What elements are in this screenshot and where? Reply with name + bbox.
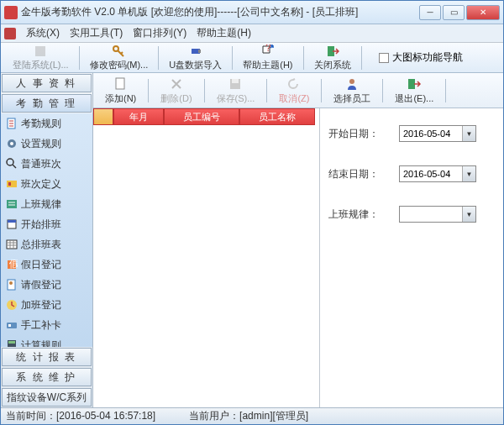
maximize-button[interactable]: ▭ bbox=[443, 5, 465, 20]
separator bbox=[148, 79, 149, 102]
sidebar-fingerprint[interactable]: 指纹设备W/C系列 bbox=[2, 388, 92, 407]
sidebar-item-settings[interactable]: 设置规则 bbox=[1, 134, 92, 154]
app-icon bbox=[4, 6, 18, 19]
svg-rect-0 bbox=[35, 46, 45, 56]
form-pane: 开始日期： ▼ 结束日期： ▼ 上班规律： bbox=[320, 108, 503, 407]
sidebar-hr[interactable]: 人 事 资 料 bbox=[2, 74, 92, 92]
end-date-input[interactable] bbox=[400, 169, 462, 179]
menubar: 系统(X) 实用工具(T) 窗口排列(Y) 帮助主题(H) bbox=[1, 24, 503, 43]
end-date-picker[interactable]: ▼ bbox=[399, 165, 476, 182]
help-button[interactable]: ? 帮助主题(H) bbox=[236, 45, 299, 71]
svg-text:?: ? bbox=[265, 45, 271, 54]
chevron-down-icon[interactable]: ▼ bbox=[462, 207, 475, 222]
svg-rect-15 bbox=[7, 240, 17, 249]
grid-header: 年月 员工编号 员工名称 bbox=[93, 108, 319, 125]
sidebar: 人 事 资 料 考 勤 管 理 考勤规则 设置规则 普通班次 班次定义 上班规律… bbox=[1, 73, 93, 407]
menu-window[interactable]: 窗口排列(Y) bbox=[133, 26, 186, 40]
change-password-button[interactable]: 修改密码(M)... bbox=[83, 45, 155, 71]
person-icon bbox=[344, 76, 360, 92]
grid-col-empno[interactable]: 员工编号 bbox=[164, 108, 239, 125]
grid-corner bbox=[93, 108, 113, 125]
chevron-down-icon[interactable]: ▼ bbox=[462, 126, 475, 141]
work-rule-input[interactable] bbox=[400, 209, 462, 219]
close-button[interactable]: ✕ bbox=[466, 5, 500, 20]
sidebar-item-schedule[interactable]: 开始排班 bbox=[1, 214, 92, 234]
data-grid[interactable]: 年月 员工编号 员工名称 bbox=[93, 108, 320, 407]
delete-icon bbox=[169, 76, 184, 92]
window-title: 金牛版考勤软件 V2.0 单机版 [欢迎您的使用]------[公司中文名称] … bbox=[21, 5, 419, 19]
key-icon bbox=[112, 45, 125, 58]
calendar-icon bbox=[6, 218, 18, 230]
close-system-button[interactable]: 关闭系统 bbox=[307, 45, 358, 71]
sidebar-item-manual[interactable]: 手工补卡 bbox=[1, 315, 92, 335]
end-date-label: 结束日期： bbox=[328, 167, 379, 181]
usb-icon bbox=[189, 45, 202, 58]
svg-rect-10 bbox=[7, 181, 17, 187]
sidebar-tree: 考勤规则 设置规则 普通班次 班次定义 上班规律 开始排班 总排班表 假假日登记… bbox=[1, 113, 92, 347]
sidebar-reports[interactable]: 统 计 报 表 bbox=[2, 348, 92, 366]
start-date-picker[interactable]: ▼ bbox=[399, 125, 476, 142]
exit-icon bbox=[407, 76, 422, 92]
holiday-icon: 假 bbox=[6, 259, 18, 270]
pattern-icon bbox=[6, 198, 18, 210]
svg-point-8 bbox=[10, 142, 13, 145]
svg-text:假: 假 bbox=[9, 259, 18, 270]
sidebar-attendance[interactable]: 考 勤 管 理 bbox=[2, 94, 92, 113]
svg-rect-14 bbox=[8, 220, 16, 223]
sidebar-item-shifts[interactable]: 普通班次 bbox=[1, 154, 92, 174]
save-button: 保存(S)... bbox=[208, 76, 264, 105]
select-employee-button[interactable]: 选择员工 bbox=[325, 76, 379, 105]
separator bbox=[303, 46, 304, 70]
exit-button[interactable]: 退出(E)... bbox=[386, 76, 442, 105]
svg-rect-25 bbox=[116, 78, 124, 89]
sidebar-item-pattern[interactable]: 上班规律 bbox=[1, 194, 92, 214]
sidebar-maintenance[interactable]: 系 统 维 护 bbox=[2, 368, 92, 386]
menu-help[interactable]: 帮助主题(H) bbox=[197, 26, 251, 40]
minimize-button[interactable]: ─ bbox=[419, 5, 441, 20]
exit-icon bbox=[326, 45, 339, 58]
grid-col-yearmonth[interactable]: 年月 bbox=[113, 108, 164, 125]
chevron-down-icon[interactable]: ▼ bbox=[462, 166, 475, 181]
sidebar-item-holiday[interactable]: 假假日登记 bbox=[1, 254, 92, 275]
sidebar-item-total[interactable]: 总排班表 bbox=[1, 234, 92, 254]
leave-icon bbox=[6, 279, 18, 291]
svg-rect-21 bbox=[7, 323, 17, 328]
table-icon bbox=[6, 239, 18, 250]
svg-point-19 bbox=[9, 281, 13, 285]
start-date-label: 开始日期： bbox=[328, 127, 379, 141]
login-button: 登陆系统(L)... bbox=[6, 45, 76, 71]
calc-icon bbox=[6, 339, 18, 347]
separator bbox=[266, 79, 267, 102]
titlebar: 金牛版考勤软件 V2.0 单机版 [欢迎您的使用]------[公司中文名称] … bbox=[1, 1, 503, 24]
checkbox-icon bbox=[379, 53, 389, 63]
start-date-input[interactable] bbox=[400, 129, 462, 139]
separator bbox=[361, 46, 362, 70]
sidebar-item-overtime[interactable]: 加班登记 bbox=[1, 295, 92, 315]
large-icon-checkbox[interactable]: 大图标功能导航 bbox=[379, 50, 463, 65]
menu-tools[interactable]: 实用工具(T) bbox=[70, 26, 123, 40]
menu-icon bbox=[4, 28, 16, 39]
add-button[interactable]: 添加(N) bbox=[97, 76, 144, 105]
grid-col-empname[interactable]: 员工名称 bbox=[239, 108, 315, 125]
work-rule-select[interactable]: ▼ bbox=[399, 206, 476, 223]
sidebar-item-calc[interactable]: 计算规则 bbox=[1, 335, 92, 347]
sidebar-item-rules[interactable]: 考勤规则 bbox=[1, 113, 92, 134]
svg-rect-27 bbox=[232, 79, 239, 83]
svg-rect-18 bbox=[8, 280, 15, 290]
statusbar: 当前时间：[2016-05-04 16:57:18] 当前用户：[admin][… bbox=[1, 407, 503, 424]
usb-import-button[interactable]: U盘数据导入 bbox=[162, 45, 228, 71]
gear-icon bbox=[6, 138, 18, 150]
add-icon bbox=[113, 76, 129, 92]
separator bbox=[204, 79, 205, 102]
sidebar-item-shiftdef[interactable]: 班次定义 bbox=[1, 174, 92, 194]
overtime-icon bbox=[6, 299, 18, 311]
sidebar-item-leave[interactable]: 请假登记 bbox=[1, 275, 92, 295]
svg-rect-24 bbox=[8, 341, 15, 344]
separator bbox=[158, 46, 159, 70]
shift-icon bbox=[6, 178, 18, 190]
menu-system[interactable]: 系统(X) bbox=[26, 26, 60, 40]
cancel-button: 取消(Z) bbox=[270, 76, 318, 105]
separator bbox=[445, 79, 446, 102]
separator bbox=[79, 46, 80, 70]
doc-icon bbox=[6, 118, 18, 129]
